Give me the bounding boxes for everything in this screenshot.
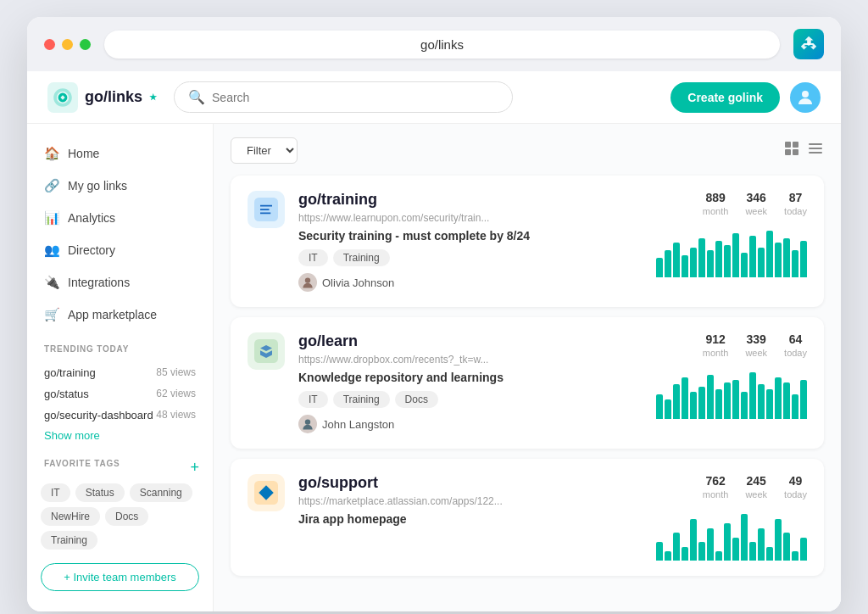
sidebar-item-analytics[interactable]: 📊 Analytics [27,202,213,234]
tag-scanning[interactable]: Scanning [130,483,192,502]
chart-bar [724,245,731,277]
tag-training[interactable]: Training [41,531,97,550]
trending-item-3[interactable]: go/security-dashboard 48 views [41,405,199,426]
sidebar-item-my-go-links[interactable]: 🔗 My go links [27,170,213,202]
link-card-inner-3: go/support https://marketplace.atlassian… [248,474,807,561]
chart-bar [741,514,748,561]
stat-today-label-3: today [784,489,807,500]
user-avatar[interactable] [790,82,821,113]
chart-bar [665,399,671,419]
sidebar: 🏠 Home 🔗 My go links 📊 Analytics 👥 Direc… [27,124,214,611]
tag-it-go-learn[interactable]: IT [298,391,328,408]
svg-rect-7 [809,143,822,145]
link-desc-go-support: Jira app homepage [298,512,624,526]
chart-bar [707,375,714,419]
link-title-go-training[interactable]: go/training [298,191,624,209]
sidebar-item-directory[interactable]: 👥 Directory [27,234,213,266]
main-content: Filter [214,124,841,611]
sidebar-item-app-marketplace[interactable]: 🛒 App marketplace [27,299,213,331]
link-card-inner: go/training https://www.learnupon.com/se… [248,191,807,292]
svg-rect-6 [793,149,798,155]
tags-container: IT Status Scanning NewHire Docs Training [41,483,199,550]
add-tag-button[interactable]: + [190,459,199,477]
filter-select[interactable]: Filter [231,137,298,164]
owner-avatar-olivia [298,273,317,292]
header-actions: Create golink [670,82,821,113]
show-more-link[interactable]: Show more [41,426,199,445]
close-button[interactable] [44,39,55,50]
list-view-toggle[interactable] [807,140,824,161]
link-logo-go-training [248,191,285,228]
logo-star: ★ [149,92,157,102]
stat-week-label-3: week [745,489,767,500]
link-card-go-support: go/support https://marketplace.atlassian… [231,459,824,576]
trending-section: TRENDING TODAY go/training 85 views go/s… [27,344,213,445]
tag-it-go-training[interactable]: IT [298,249,328,266]
svg-rect-9 [809,152,822,154]
stat-week: 346 week [745,191,767,216]
chart-bar [766,231,773,277]
link-desc-go-training: Security training - must complete by 8/2… [298,229,624,243]
svg-point-11 [305,277,310,282]
search-input[interactable] [212,91,498,104]
address-bar[interactable]: go/links [104,31,780,59]
mini-chart-go-learn [656,368,807,419]
chart-bar [775,519,782,561]
chart-bar [707,528,714,561]
create-golink-button[interactable]: Create golink [670,82,780,113]
marketplace-icon: 🛒 [44,307,59,322]
trending-item-2[interactable]: go/status 62 views [41,383,199,405]
link-card-go-training: go/training https://www.learnupon.com/se… [231,176,824,307]
chart-bar [715,389,722,419]
stat-today-label-2: today [784,348,807,358]
sidebar-item-integrations-label: Integrations [68,276,130,289]
chart-bar [682,547,688,561]
link-logo-go-support [248,474,285,511]
chart-bar [783,533,790,561]
svg-point-2 [802,91,809,98]
link-info-go-training: go/training https://www.learnupon.com/se… [298,191,624,292]
invite-team-button[interactable]: + Invite team members [41,563,199,591]
integrations-icon: 🔌 [44,275,59,290]
chart-bar [724,382,731,419]
sidebar-item-home[interactable]: 🏠 Home [27,137,213,170]
search-bar[interactable]: 🔍 [174,81,513,113]
link-owner-go-learn: John Langston [298,415,624,433]
link-owner-go-training: Olivia Johnson [298,273,624,292]
tag-training-go-learn[interactable]: Training [333,391,390,408]
chart-bar [749,236,756,277]
stat-month-2: 912 month [703,332,729,358]
trending-item-2-views: 62 views [156,388,196,400]
tag-it[interactable]: IT [41,483,70,502]
trending-item-1[interactable]: go/training 85 views [41,362,199,383]
svg-rect-1 [47,82,78,113]
tag-docs-go-learn[interactable]: Docs [395,391,438,408]
maximize-button[interactable] [80,39,91,50]
link-title-go-support[interactable]: go/support [298,474,624,492]
browser-extension-icon[interactable] [793,29,824,59]
app-header: go/links★ 🔍 Create golink [27,71,841,124]
stat-month-3: 762 month [703,474,729,500]
link-stats-go-training: 889 month 346 week 87 today [637,191,807,292]
app-body: 🏠 Home 🔗 My go links 📊 Analytics 👥 Direc… [27,124,841,611]
chart-bar [715,241,722,277]
browser-chrome: go/links [27,17,841,71]
chart-bar [792,394,798,419]
stat-today-label: today [784,206,807,216]
tag-docs[interactable]: Docs [105,507,148,526]
tag-training-go-training[interactable]: Training [333,249,390,266]
sidebar-item-integrations[interactable]: 🔌 Integrations [27,266,213,299]
address-text: go/links [420,37,464,52]
tag-newhire[interactable]: NewHire [41,507,100,526]
chart-bar [766,547,773,561]
chart-bar [656,394,663,419]
tag-status[interactable]: Status [75,483,125,502]
chart-bar [775,377,782,419]
chart-bar [741,392,748,419]
chart-bar [800,538,807,561]
minimize-button[interactable] [62,39,73,50]
link-title-go-learn[interactable]: go/learn [298,332,624,350]
grid-view-toggle[interactable] [783,140,800,161]
stat-today-value: 87 [789,191,803,204]
chart-bar [698,238,705,277]
